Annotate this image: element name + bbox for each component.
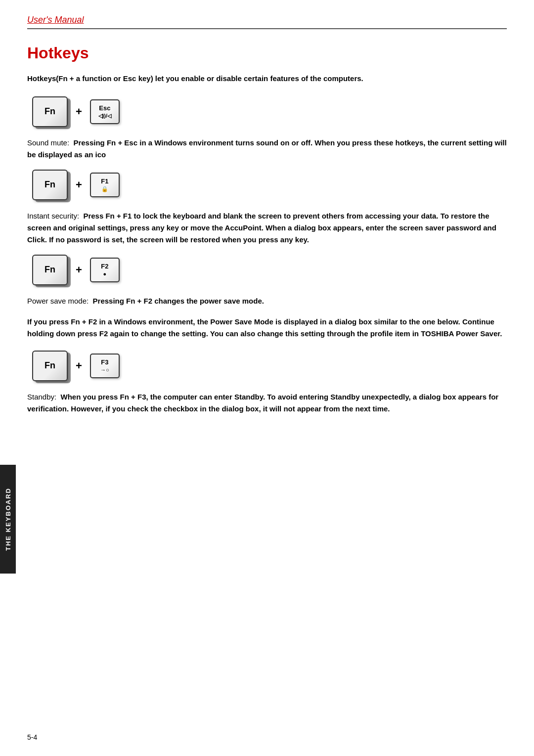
power-save-desc-text: changes the power save mode. xyxy=(154,297,264,305)
f1-key-label: F1 xyxy=(101,178,108,185)
sound-mute-desc: Sound mute: Pressing Fn + Esc in a Windo… xyxy=(27,137,507,161)
f3-key-icon: →○ xyxy=(100,367,109,373)
header-title: User's Manual xyxy=(27,15,84,25)
key-combo-f1: Fn + F1 🔒 xyxy=(32,170,507,200)
page-number: 5-4 xyxy=(27,733,37,741)
f3-key-label: F3 xyxy=(101,358,108,366)
f2-key-label: F2 xyxy=(101,263,108,270)
sound-mute-code: Pressing Fn + Esc xyxy=(73,138,139,147)
page-content: User's Manual Hotkeys Hotkeys(Fn + a fun… xyxy=(27,0,507,453)
power-save-code: Pressing Fn + F2 xyxy=(93,297,155,305)
fn-key-3: Fn xyxy=(32,255,68,285)
instant-security-code: Press Fn + F1 xyxy=(83,212,134,220)
fn-key-2: Fn xyxy=(32,170,68,200)
sound-mute-prefix: Sound mute: xyxy=(27,138,73,147)
side-tab: The Keyboard xyxy=(0,465,16,574)
instant-security-desc: Instant security: Press Fn + F1 to lock … xyxy=(27,210,507,246)
f3-key: F3 →○ xyxy=(90,354,120,378)
power-save-prefix: Power save mode: xyxy=(27,297,93,305)
page-heading: Hotkeys xyxy=(27,44,507,62)
key-combo-esc: Fn + Esc ◁))/◁ xyxy=(32,96,507,127)
fn-key-4: Fn xyxy=(32,351,68,381)
intro-text: Hotkeys(Fn + a function or Esc key) let … xyxy=(27,74,363,83)
plus-1: + xyxy=(76,105,82,118)
fn-key-1: Fn xyxy=(32,96,68,127)
esc-key: Esc ◁))/◁ xyxy=(90,99,120,124)
key-combo-f3: Fn + F3 →○ xyxy=(32,351,507,381)
standby-desc: Standby: When you press Fn + F3, the com… xyxy=(27,391,507,415)
instant-security-prefix: Instant security: xyxy=(27,212,83,220)
standby-prefix: Standby: xyxy=(27,393,61,401)
esc-key-label: Esc xyxy=(99,104,110,112)
f1-key-icon: 🔒 xyxy=(101,186,108,192)
esc-key-icon: ◁))/◁ xyxy=(98,113,111,119)
f2-key: F2 ● xyxy=(90,258,120,282)
side-tab-label: The Keyboard xyxy=(4,488,12,551)
f1-key: F1 🔒 xyxy=(90,173,120,197)
intro-paragraph: Hotkeys(Fn + a function or Esc key) let … xyxy=(27,73,507,85)
plus-3: + xyxy=(76,264,82,276)
key-combo-f2: Fn + F2 ● xyxy=(32,255,507,285)
standby-code: When you press Fn + F3, xyxy=(61,393,150,401)
plus-2: + xyxy=(76,178,82,191)
header: User's Manual xyxy=(27,15,507,29)
power-save-desc: Power save mode: Pressing Fn + F2 change… xyxy=(27,295,507,307)
power-save-extra: If you press Fn + F2 in a Windows enviro… xyxy=(27,316,507,340)
plus-4: + xyxy=(76,359,82,372)
f2-key-icon: ● xyxy=(103,271,107,277)
